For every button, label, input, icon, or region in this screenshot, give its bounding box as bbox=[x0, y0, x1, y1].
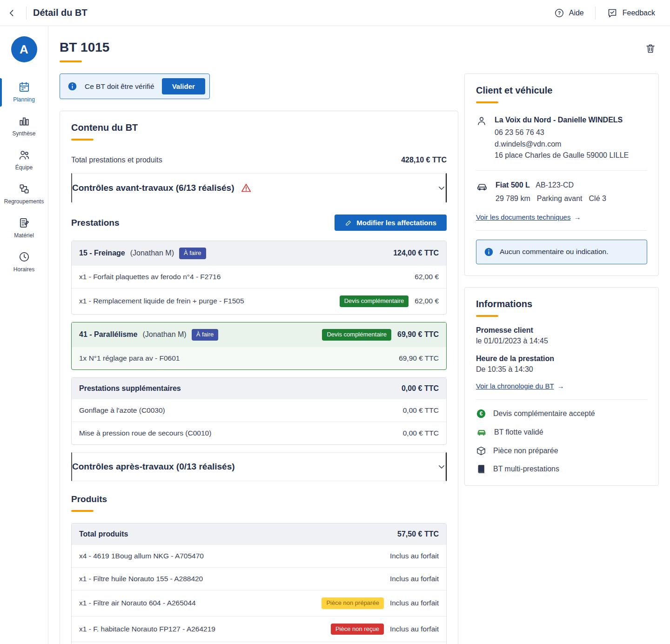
back-button[interactable] bbox=[5, 6, 20, 20]
feedback-button[interactable]: Feedback bbox=[602, 5, 660, 21]
product-text: x1 - Filtre air Norauto 604 - A265044 bbox=[79, 599, 196, 607]
products-title-text: Produits bbox=[71, 494, 107, 504]
client-title-accent bbox=[476, 101, 498, 103]
supplementary-line-price: 0,00 € TTC bbox=[403, 429, 439, 437]
warning-icon bbox=[241, 182, 252, 194]
products-title: Produits bbox=[71, 494, 447, 512]
controls-after-row[interactable]: Contrôles après-travaux (0/13 réalisés) bbox=[71, 452, 447, 481]
prestation-assignee: (Jonathan M) bbox=[142, 330, 186, 339]
status-label: Devis complémentaire accepté bbox=[493, 409, 595, 418]
prestation-line-text: x1 - Remplacement liquide de frein + pur… bbox=[79, 297, 244, 305]
content-card-title: Contenu du BT bbox=[71, 122, 447, 141]
clock-icon bbox=[18, 251, 30, 263]
supplementary-line: Mise à pression roue de secours (C0010) … bbox=[72, 422, 446, 444]
feedback-icon bbox=[607, 7, 618, 19]
comment-text: Aucun commentaire ou indication. bbox=[500, 248, 609, 256]
car-icon bbox=[476, 181, 488, 205]
prestation-assignee: (Jonathan M) bbox=[130, 249, 174, 257]
clipboard-icon bbox=[18, 217, 30, 229]
prestation-line-price: 69,90 € TTC bbox=[399, 354, 439, 362]
vehicle-key: Clé 3 bbox=[589, 193, 606, 205]
vehicle-km: 29 789 km bbox=[496, 193, 530, 205]
vehicle-name: Fiat 500 L bbox=[496, 181, 530, 189]
supplementary-line-text: Mise à pression roue de secours (C0010) bbox=[79, 429, 211, 437]
avatar[interactable]: A bbox=[11, 36, 37, 62]
devis-badge: Devis complémentaire bbox=[340, 295, 409, 307]
supplementary-line-price: 0,00 € TTC bbox=[403, 406, 439, 415]
title-accent bbox=[60, 60, 82, 62]
informations-title-accent bbox=[476, 315, 498, 317]
client-vehicle-title-text: Client et véhicule bbox=[476, 85, 553, 95]
technical-docs-link[interactable]: Voir les documents techniques → bbox=[476, 213, 581, 221]
euro-icon: € bbox=[476, 409, 486, 419]
topbar-divider bbox=[595, 7, 596, 20]
time-value: De 10:35 à 14:30 bbox=[476, 365, 647, 374]
chevron-down-icon[interactable] bbox=[437, 184, 446, 192]
bt-timeline-link[interactable]: Voir la chronologie du BT → bbox=[476, 382, 564, 390]
client-address: 16 place Charles de Gaulle 59000 LILLE bbox=[495, 150, 629, 161]
controls-before-title: Contrôles avant-travaux (6/13 réalisés) bbox=[72, 183, 234, 193]
client-email: d.windels@vdn.com bbox=[495, 139, 629, 150]
prestation-line: 1x N°1 réglage para av - F0601 69,90 € T… bbox=[72, 347, 446, 369]
sidebar-item-equipe[interactable]: Équipe bbox=[0, 143, 48, 177]
vehicle-block: Fiat 500 L AB-123-CD 29 789 km Parking a… bbox=[476, 180, 647, 205]
sidebar-item-synthese[interactable]: Synthèse bbox=[0, 109, 48, 143]
bt-number: BT 1015 bbox=[60, 40, 109, 54]
content-card-title-text: Contenu du BT bbox=[71, 122, 138, 133]
validate-button[interactable]: Valider bbox=[162, 78, 205, 94]
client-block: La Voix du Nord - Danielle WINDELS 06 23… bbox=[476, 114, 647, 161]
prestation-line-text: x1 - Forfait plaquettes av ferodo n°4 - … bbox=[79, 273, 221, 281]
sidebar-item-label: Équipe bbox=[15, 164, 33, 171]
modify-assignments-button[interactable]: Modifier les affectations bbox=[335, 215, 447, 231]
supplementary-line: Gonflage à l'azote (C0030) 0,00 € TTC bbox=[72, 399, 446, 422]
book-icon bbox=[476, 464, 486, 474]
help-button[interactable]: ? Aide bbox=[549, 5, 589, 21]
controls-before-row[interactable]: Contrôles avant-travaux (6/13 réalisés) bbox=[71, 173, 447, 202]
sidebar-item-horaires[interactable]: Horaires bbox=[0, 245, 48, 279]
prestation-group-header: 41 - Parallélisme (Jonathan M) À faire D… bbox=[72, 322, 446, 347]
divider bbox=[476, 399, 647, 400]
time-label: Heure de la prestation bbox=[476, 355, 647, 363]
supplementary-group: Prestations supplémentaires 0,00 € TTC G… bbox=[71, 377, 447, 445]
prestation-title: 15 - Freinage bbox=[79, 249, 125, 257]
divider bbox=[476, 230, 647, 231]
products-title-accent bbox=[71, 510, 94, 512]
supplementary-line-text: Gonflage à l'azote (C0030) bbox=[79, 406, 165, 415]
total-prestations-value: 428,10 € TTC bbox=[401, 156, 447, 164]
page-breadcrumb-title: Détail du BT bbox=[33, 7, 87, 18]
status-label: BT multi-prestations bbox=[493, 465, 559, 473]
vehicle-parking: Parking avant bbox=[537, 193, 583, 205]
promise-value: le 01/01/2023 à 14:45 bbox=[476, 337, 647, 345]
informations-title-text: Informations bbox=[476, 299, 532, 309]
arrow-right-icon: → bbox=[574, 213, 581, 221]
status-badge: À faire bbox=[179, 248, 206, 259]
delete-bt-button[interactable] bbox=[642, 40, 659, 57]
status-badge: À faire bbox=[192, 329, 219, 341]
sidebar-item-regroupements[interactable]: Regroupements bbox=[0, 177, 48, 211]
sidebar-item-label: Regroupements bbox=[4, 198, 44, 205]
product-row: x1 - Filtre huile Norauto 155 - A288420 … bbox=[72, 567, 446, 590]
divider bbox=[476, 170, 647, 171]
piece-non-preparee-badge: Pièce non préparée bbox=[322, 597, 383, 609]
prestation-line-text: 1x N°1 réglage para av - F0601 bbox=[79, 354, 180, 362]
regroupements-icon bbox=[18, 183, 30, 195]
product-text: x1 - F. habitacle Norauto FP127 - A26421… bbox=[79, 625, 215, 633]
product-text: x1 - Filtre huile Norauto 155 - A288420 bbox=[79, 575, 203, 583]
supplementary-title: Prestations supplémentaires bbox=[79, 384, 181, 393]
svg-text:?: ? bbox=[558, 10, 561, 15]
client-phone: 06 23 56 76 43 bbox=[495, 127, 629, 139]
bar-chart-icon bbox=[18, 115, 30, 127]
product-row: x1 - Filtre air Norauto 604 - A265044 Pi… bbox=[72, 590, 446, 616]
feedback-label: Feedback bbox=[623, 9, 655, 17]
devis-badge: Devis complémentaire bbox=[322, 329, 391, 341]
supplementary-header: Prestations supplémentaires 0,00 € TTC bbox=[72, 378, 446, 399]
page-title: BT 1015 bbox=[60, 40, 109, 62]
sidebar-item-materiel[interactable]: Matériel bbox=[0, 211, 48, 245]
sidebar: A Planning Synthèse Équipe Regroupements bbox=[0, 26, 48, 644]
product-value: Inclus au forfait bbox=[390, 625, 439, 633]
sidebar-item-planning[interactable]: Planning bbox=[0, 75, 48, 109]
chevron-down-icon[interactable] bbox=[437, 463, 446, 471]
total-prestations-label: Total prestations et produits bbox=[71, 156, 162, 164]
product-value: Inclus au forfait bbox=[390, 552, 439, 560]
info-icon bbox=[484, 247, 494, 257]
